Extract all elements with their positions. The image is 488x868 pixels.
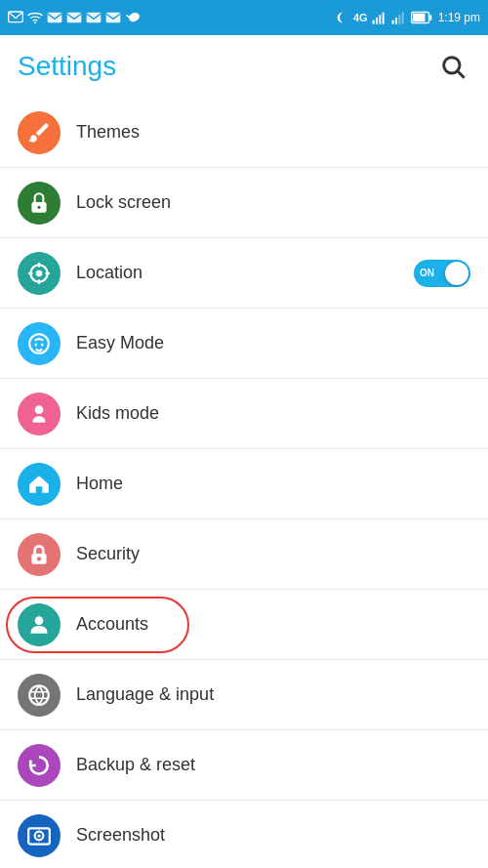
svg-rect-9 [382,13,384,24]
language-input-label: Language & input [76,684,470,705]
easy-mode-label: Easy Mode [76,333,470,353]
moon-icon [336,11,349,24]
search-button[interactable] [435,49,470,84]
svg-point-28 [34,343,37,346]
backup-reset-label: Backup & reset [76,755,470,775]
signal-icon [372,11,387,24]
svg-rect-10 [391,21,393,24]
kids-mode-icon [18,393,61,435]
security-label: Security [76,544,470,564]
svg-rect-3 [67,13,82,23]
signal2-icon [391,11,407,24]
email2-icon [66,11,82,24]
svg-point-17 [444,58,460,73]
home-label: Home [76,474,470,494]
location-toggle[interactable]: ON [414,260,470,287]
svg-point-34 [29,685,49,705]
status-bar-left [8,11,141,24]
svg-rect-2 [48,13,62,23]
themes-label: Themes [76,122,470,143]
screenshot-label: Screenshot [76,825,470,846]
svg-rect-16 [429,15,431,21]
accounts-label: Accounts [76,614,470,635]
email3-icon [86,11,102,24]
time-display: 1:19 pm [438,11,480,24]
battery-icon [411,11,432,24]
email4-icon [105,11,121,24]
wifi-icon [27,11,43,24]
svg-point-29 [41,343,44,346]
toggle-on-label: ON [420,268,434,278]
location-label: Location [76,263,414,283]
settings-item-screenshot[interactable]: Screenshot [0,801,488,868]
svg-rect-13 [401,13,403,24]
status-bar: 4G 1:19 pm [0,0,488,35]
svg-rect-15 [413,14,425,21]
svg-line-18 [458,71,464,77]
easy-mode-icon [18,322,61,365]
themes-icon [18,111,61,154]
svg-point-32 [37,557,41,560]
settings-item-security[interactable]: Security [0,519,488,590]
settings-list: Themes Lock screen Location ON Easy Mode… [0,98,488,868]
security-icon [18,533,61,576]
settings-item-themes[interactable]: Themes [0,98,488,168]
search-icon [439,53,467,80]
svg-rect-12 [398,15,400,23]
svg-point-37 [37,834,40,837]
settings-item-location[interactable]: Location ON [0,238,488,309]
email1-icon [47,11,62,24]
kids-mode-label: Kids mode [76,403,470,424]
home-icon [18,463,61,506]
svg-rect-11 [395,18,397,24]
svg-point-30 [35,405,44,414]
settings-item-home[interactable]: Home [0,449,488,519]
app-header: Settings [0,35,488,98]
language-input-icon [18,674,61,717]
svg-rect-8 [379,15,381,23]
status-bar-right: 4G 1:19 pm [336,11,480,24]
lock-screen-label: Lock screen [76,192,470,213]
page-title: Settings [18,51,116,82]
lock-screen-icon [18,182,61,225]
accounts-icon [18,603,61,646]
svg-point-22 [36,269,43,276]
svg-point-20 [37,205,40,208]
toggle-knob [445,262,468,285]
svg-rect-6 [372,21,374,24]
backup-reset-icon [18,744,61,787]
svg-point-33 [35,616,44,625]
svg-rect-4 [87,13,102,23]
network-4g: 4G [353,12,368,23]
settings-item-language-input[interactable]: Language & input [0,660,488,730]
settings-item-backup-reset[interactable]: Backup & reset [0,730,488,801]
screenshot-icon [18,814,61,857]
svg-rect-5 [106,13,121,23]
settings-item-lock-screen[interactable]: Lock screen [0,168,488,238]
settings-item-kids-mode[interactable]: Kids mode [0,379,488,449]
bird-icon [125,11,141,24]
message-icon [8,11,23,24]
settings-item-easy-mode[interactable]: Easy Mode [0,309,488,379]
settings-item-accounts[interactable]: Accounts [0,590,488,660]
svg-point-1 [34,21,36,23]
location-icon [18,252,61,295]
svg-rect-7 [376,18,378,24]
